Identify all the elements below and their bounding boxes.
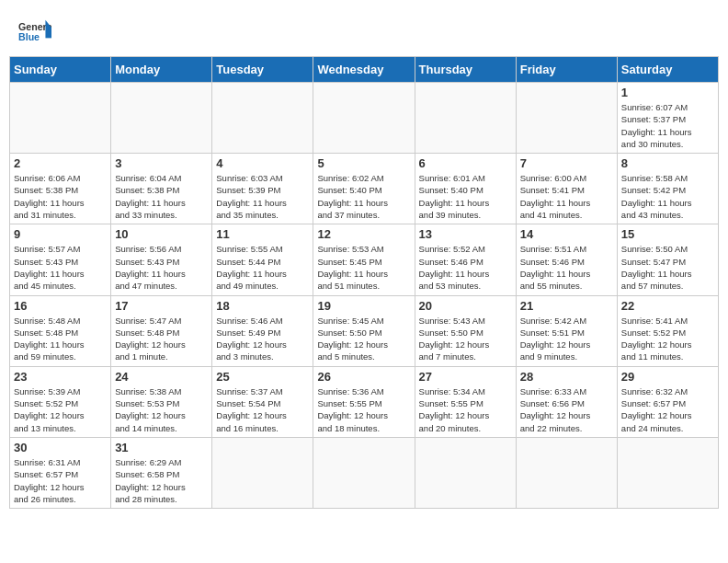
day-number: 14: [520, 227, 613, 241]
day-info: Sunrise: 6:31 AM Sunset: 6:57 PM Dayligh…: [14, 456, 107, 505]
calendar-cell: [313, 83, 415, 154]
day-info: Sunrise: 5:47 AM Sunset: 5:48 PM Dayligh…: [115, 315, 208, 363]
calendar-cell: 20Sunrise: 5:43 AM Sunset: 5:50 PM Dayli…: [415, 295, 516, 366]
day-info: Sunrise: 5:58 AM Sunset: 5:42 PM Dayligh…: [621, 172, 714, 221]
calendar-cell: 21Sunrise: 5:42 AM Sunset: 5:51 PM Dayli…: [516, 295, 617, 366]
col-header-sunday: Sunday: [10, 57, 111, 83]
calendar-header-row: SundayMondayTuesdayWednesdayThursdayFrid…: [10, 57, 719, 83]
calendar-cell: 24Sunrise: 5:38 AM Sunset: 5:53 PM Dayli…: [111, 366, 212, 437]
day-number: 12: [317, 227, 410, 241]
calendar-cell: 7Sunrise: 6:00 AM Sunset: 5:41 PM Daylig…: [516, 154, 617, 224]
calendar-cell: 22Sunrise: 5:41 AM Sunset: 5:52 PM Dayli…: [617, 295, 718, 366]
calendar-cell: 25Sunrise: 5:37 AM Sunset: 5:54 PM Dayli…: [212, 366, 313, 437]
calendar-cell: 18Sunrise: 5:46 AM Sunset: 5:49 PM Dayli…: [212, 295, 313, 366]
calendar-cell: [516, 437, 617, 508]
svg-text:Blue: Blue: [18, 31, 40, 42]
day-info: Sunrise: 5:52 AM Sunset: 5:46 PM Dayligh…: [419, 243, 512, 292]
day-number: 4: [216, 156, 309, 170]
day-number: 28: [520, 370, 613, 384]
calendar-cell: 26Sunrise: 5:36 AM Sunset: 5:55 PM Dayli…: [313, 366, 415, 437]
calendar-cell: [212, 83, 313, 154]
day-info: Sunrise: 6:01 AM Sunset: 5:40 PM Dayligh…: [419, 172, 512, 221]
calendar-cell: 12Sunrise: 5:53 AM Sunset: 5:45 PM Dayli…: [313, 224, 415, 295]
day-info: Sunrise: 5:56 AM Sunset: 5:43 PM Dayligh…: [115, 243, 208, 292]
calendar-week-row: 1Sunrise: 6:07 AM Sunset: 5:37 PM Daylig…: [10, 83, 719, 154]
day-number: 26: [317, 370, 410, 384]
day-number: 2: [14, 156, 107, 170]
day-info: Sunrise: 5:43 AM Sunset: 5:50 PM Dayligh…: [419, 315, 512, 363]
calendar-cell: 11Sunrise: 5:55 AM Sunset: 5:44 PM Dayli…: [212, 224, 313, 295]
day-info: Sunrise: 5:57 AM Sunset: 5:43 PM Dayligh…: [14, 243, 107, 292]
day-info: Sunrise: 5:38 AM Sunset: 5:53 PM Dayligh…: [115, 385, 208, 434]
calendar-week-row: 2Sunrise: 6:06 AM Sunset: 5:38 PM Daylig…: [10, 154, 719, 224]
col-header-friday: Friday: [516, 57, 617, 83]
day-number: 16: [14, 299, 107, 313]
day-number: 5: [317, 156, 410, 170]
header: General Blue: [9, 9, 719, 49]
day-number: 21: [520, 299, 613, 313]
day-number: 22: [621, 299, 714, 313]
calendar-cell: [111, 83, 212, 154]
day-number: 9: [14, 227, 107, 241]
calendar-cell: 23Sunrise: 5:39 AM Sunset: 5:52 PM Dayli…: [10, 366, 111, 437]
day-number: 10: [115, 227, 208, 241]
calendar-week-row: 23Sunrise: 5:39 AM Sunset: 5:52 PM Dayli…: [10, 366, 719, 437]
calendar-cell: 8Sunrise: 5:58 AM Sunset: 5:42 PM Daylig…: [617, 154, 718, 224]
calendar-cell: [617, 437, 718, 508]
day-info: Sunrise: 6:29 AM Sunset: 6:58 PM Dayligh…: [115, 456, 208, 505]
day-info: Sunrise: 5:39 AM Sunset: 5:52 PM Dayligh…: [14, 385, 107, 434]
day-number: 1: [621, 86, 714, 99]
day-info: Sunrise: 5:55 AM Sunset: 5:44 PM Dayligh…: [216, 243, 309, 292]
calendar-cell: 27Sunrise: 5:34 AM Sunset: 5:55 PM Dayli…: [415, 366, 516, 437]
day-number: 6: [419, 156, 512, 170]
calendar-cell: 3Sunrise: 6:04 AM Sunset: 5:38 PM Daylig…: [111, 154, 212, 224]
calendar-cell: [516, 83, 617, 154]
day-info: Sunrise: 5:46 AM Sunset: 5:49 PM Dayligh…: [216, 315, 309, 363]
calendar-week-row: 30Sunrise: 6:31 AM Sunset: 6:57 PM Dayli…: [10, 437, 719, 508]
logo-icon: General Blue: [18, 18, 51, 44]
day-number: 17: [115, 299, 208, 313]
day-number: 11: [216, 227, 309, 241]
day-number: 15: [621, 227, 714, 241]
day-number: 25: [216, 370, 309, 384]
day-info: Sunrise: 5:50 AM Sunset: 5:47 PM Dayligh…: [621, 243, 714, 292]
calendar-cell: 31Sunrise: 6:29 AM Sunset: 6:58 PM Dayli…: [111, 437, 212, 508]
day-number: 8: [621, 156, 714, 170]
calendar-cell: 9Sunrise: 5:57 AM Sunset: 5:43 PM Daylig…: [10, 224, 111, 295]
calendar-cell: 15Sunrise: 5:50 AM Sunset: 5:47 PM Dayli…: [617, 224, 718, 295]
calendar-cell: 17Sunrise: 5:47 AM Sunset: 5:48 PM Dayli…: [111, 295, 212, 366]
calendar-table: SundayMondayTuesdayWednesdayThursdayFrid…: [9, 56, 719, 509]
day-info: Sunrise: 6:04 AM Sunset: 5:38 PM Dayligh…: [115, 172, 208, 221]
day-number: 13: [419, 227, 512, 241]
day-info: Sunrise: 5:34 AM Sunset: 5:55 PM Dayligh…: [419, 385, 512, 434]
day-info: Sunrise: 6:06 AM Sunset: 5:38 PM Dayligh…: [14, 172, 107, 221]
day-number: 29: [621, 370, 714, 384]
calendar-cell: 1Sunrise: 6:07 AM Sunset: 5:37 PM Daylig…: [617, 83, 718, 154]
day-info: Sunrise: 6:07 AM Sunset: 5:37 PM Dayligh…: [621, 101, 714, 150]
day-number: 31: [115, 441, 208, 454]
calendar-cell: 28Sunrise: 6:33 AM Sunset: 6:56 PM Dayli…: [516, 366, 617, 437]
day-info: Sunrise: 5:36 AM Sunset: 5:55 PM Dayligh…: [317, 385, 410, 434]
day-number: 27: [419, 370, 512, 384]
day-number: 23: [14, 370, 107, 384]
calendar-cell: [313, 437, 415, 508]
day-number: 19: [317, 299, 410, 313]
calendar-cell: 13Sunrise: 5:52 AM Sunset: 5:46 PM Dayli…: [415, 224, 516, 295]
day-info: Sunrise: 5:48 AM Sunset: 5:48 PM Dayligh…: [14, 315, 107, 363]
day-info: Sunrise: 5:51 AM Sunset: 5:46 PM Dayligh…: [520, 243, 613, 292]
day-number: 3: [115, 156, 208, 170]
day-info: Sunrise: 5:53 AM Sunset: 5:45 PM Dayligh…: [317, 243, 410, 292]
day-number: 20: [419, 299, 512, 313]
calendar-cell: 19Sunrise: 5:45 AM Sunset: 5:50 PM Dayli…: [313, 295, 415, 366]
day-info: Sunrise: 6:03 AM Sunset: 5:39 PM Dayligh…: [216, 172, 309, 221]
day-info: Sunrise: 5:42 AM Sunset: 5:51 PM Dayligh…: [520, 315, 613, 363]
calendar-cell: 5Sunrise: 6:02 AM Sunset: 5:40 PM Daylig…: [313, 154, 415, 224]
day-info: Sunrise: 6:00 AM Sunset: 5:41 PM Dayligh…: [520, 172, 613, 221]
col-header-tuesday: Tuesday: [212, 57, 313, 83]
day-number: 24: [115, 370, 208, 384]
calendar-cell: 16Sunrise: 5:48 AM Sunset: 5:48 PM Dayli…: [10, 295, 111, 366]
calendar-cell: [415, 437, 516, 508]
calendar-cell: [212, 437, 313, 508]
calendar-cell: 4Sunrise: 6:03 AM Sunset: 5:39 PM Daylig…: [212, 154, 313, 224]
calendar-cell: 10Sunrise: 5:56 AM Sunset: 5:43 PM Dayli…: [111, 224, 212, 295]
